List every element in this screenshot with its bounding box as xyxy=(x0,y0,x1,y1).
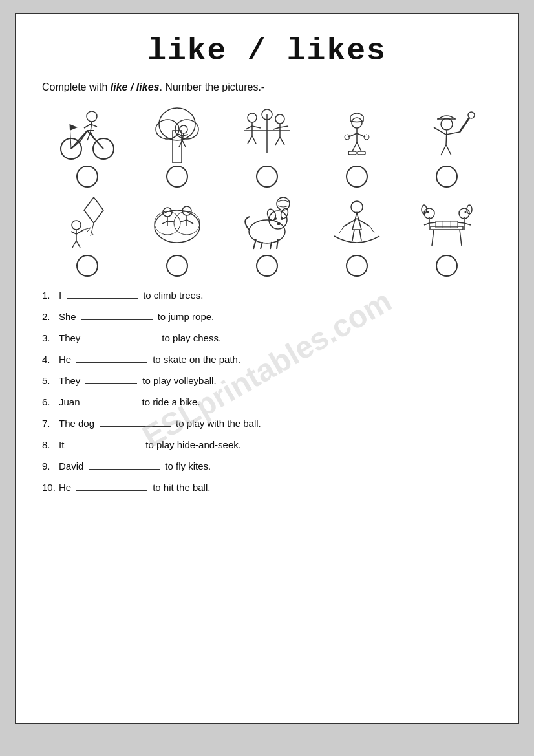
svg-rect-47 xyxy=(358,151,365,155)
svg-point-33 xyxy=(275,114,284,124)
sentence-subject-4: He xyxy=(59,354,71,365)
pictures-section xyxy=(42,105,492,277)
pic-item-7 xyxy=(142,194,213,277)
instructions-text2: . Number the pictures.- xyxy=(159,81,264,92)
fill-blank-4[interactable] xyxy=(76,352,147,363)
svg-line-36 xyxy=(280,126,288,127)
pic-item-4 xyxy=(321,105,392,188)
svg-line-98 xyxy=(352,230,354,241)
svg-rect-46 xyxy=(348,151,356,155)
svg-line-53 xyxy=(434,127,446,135)
fill-blank-8[interactable] xyxy=(69,438,140,448)
sentence-number-3: 3. xyxy=(42,332,56,343)
svg-line-99 xyxy=(359,230,361,241)
svg-point-85 xyxy=(274,217,277,220)
sentence-subject-7: The dog xyxy=(59,418,94,429)
pic-drawing-2 xyxy=(148,105,206,163)
sentence-number-2: 2. xyxy=(42,311,56,322)
pic-circle-1[interactable] xyxy=(76,166,98,188)
pic-circle-9[interactable] xyxy=(346,255,368,277)
svg-line-9 xyxy=(84,124,91,128)
sentence-subject-1: I xyxy=(59,290,61,301)
pic-circle-7[interactable] xyxy=(166,255,188,277)
instructions-text: Complete with xyxy=(42,81,111,92)
fill-blank-2[interactable] xyxy=(81,310,153,320)
pic-circle-3[interactable] xyxy=(256,166,278,188)
sentence-subject-2: She xyxy=(59,311,76,322)
sentence-rest-3: to play chess. xyxy=(162,332,221,343)
svg-line-66 xyxy=(76,230,84,234)
svg-line-76 xyxy=(167,221,174,222)
svg-line-57 xyxy=(441,145,446,155)
svg-point-56 xyxy=(468,112,475,118)
fill-blank-10[interactable] xyxy=(76,481,147,491)
svg-line-38 xyxy=(280,137,284,145)
svg-line-4 xyxy=(81,131,87,140)
sentence-rest-1: to climb trees. xyxy=(143,290,203,301)
sentence-8: 8. It to play hide-and-seek. xyxy=(42,438,492,450)
sentence-rest-4: to skate on the path. xyxy=(153,354,240,365)
worksheet: ESLprintables.com like / likes Complete … xyxy=(15,13,519,724)
svg-line-45 xyxy=(357,142,361,151)
sentence-subject-10: He xyxy=(59,482,71,493)
svg-line-35 xyxy=(273,127,280,129)
sentence-subject-5: They xyxy=(59,375,80,386)
instructions-keyword: like / likes xyxy=(111,81,160,92)
svg-line-118 xyxy=(464,223,471,225)
svg-line-24 xyxy=(182,140,186,147)
fill-blank-3[interactable] xyxy=(85,331,156,341)
sentence-3: 3. They to play chess. xyxy=(42,331,492,343)
svg-line-88 xyxy=(253,239,256,249)
pic-drawing-4 xyxy=(328,105,386,163)
sentence-rest-5: to play volleyball. xyxy=(142,375,216,386)
sentence-number-4: 4. xyxy=(42,354,56,365)
pic-item-10 xyxy=(411,194,482,277)
sentence-1: 1. I to climb trees. xyxy=(42,288,492,301)
svg-line-44 xyxy=(352,142,357,151)
sentence-number-10: 10. xyxy=(42,482,56,493)
svg-line-58 xyxy=(446,145,451,155)
sentence-rest-7: to play with the ball. xyxy=(176,418,261,429)
sentence-number-7: 7. xyxy=(42,418,56,429)
pic-item-8 xyxy=(231,194,303,277)
svg-line-29 xyxy=(246,126,252,129)
sentence-2: 2. She to jump rope. xyxy=(42,310,492,322)
pic-drawing-9 xyxy=(328,194,386,252)
fill-blank-9[interactable] xyxy=(89,459,160,470)
svg-point-116 xyxy=(464,217,465,218)
svg-line-75 xyxy=(162,221,167,224)
svg-line-32 xyxy=(252,136,256,144)
pic-circle-6[interactable] xyxy=(76,255,98,277)
pic-circle-5[interactable] xyxy=(436,166,458,188)
pic-circle-8[interactable] xyxy=(256,255,278,277)
fill-blank-1[interactable] xyxy=(67,288,138,299)
sentence-number-5: 5. xyxy=(42,375,56,386)
pic-drawing-10 xyxy=(418,194,476,252)
sentence-9: 9. David to fly kites. xyxy=(42,459,492,471)
svg-line-97 xyxy=(370,226,374,233)
pic-circle-2[interactable] xyxy=(166,166,188,188)
svg-line-60 xyxy=(91,223,94,236)
fill-blank-6[interactable] xyxy=(85,395,137,405)
pic-circle-4[interactable] xyxy=(346,166,368,188)
sentence-7: 7. The dog to play with the ball. xyxy=(42,416,492,429)
sentence-number-6: 6. xyxy=(42,396,56,407)
pic-drawing-7 xyxy=(148,194,206,252)
fill-blank-5[interactable] xyxy=(85,374,137,384)
svg-line-79 xyxy=(180,220,187,222)
svg-line-95 xyxy=(357,219,370,226)
pic-item-3 xyxy=(231,105,303,188)
sentence-rest-8: to play hide-and-seek. xyxy=(145,439,241,450)
sentence-10: 10. He to hit the ball. xyxy=(42,481,492,493)
svg-line-101 xyxy=(432,230,434,246)
fill-blank-7[interactable] xyxy=(100,416,171,427)
svg-point-7 xyxy=(87,111,97,122)
pic-drawing-3 xyxy=(238,105,296,163)
pic-drawing-5 xyxy=(418,105,476,163)
sentence-subject-9: David xyxy=(59,460,83,471)
pic-item-2 xyxy=(142,105,213,188)
svg-line-69 xyxy=(76,241,80,248)
pic-circle-10[interactable] xyxy=(436,255,458,277)
svg-line-68 xyxy=(72,241,76,248)
page-title: like / likes xyxy=(42,34,492,69)
